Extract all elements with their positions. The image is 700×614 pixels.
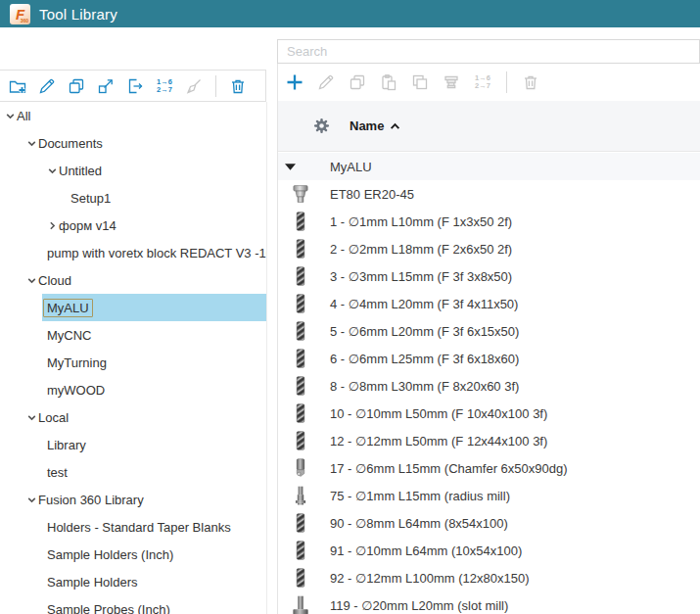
tool-list: MyALUET80 ER20-451 - ∅1mm L10mm (F 1x3x5… [278, 153, 700, 614]
clean-library-button [183, 75, 205, 97]
expanded-triangle-icon[interactable] [285, 164, 296, 170]
row-icon-cell [278, 592, 323, 614]
tool-label: 4 - ∅4mm L20mm (F 3f 4x11x50) [323, 297, 518, 311]
add-tool-button[interactable] [284, 71, 305, 93]
paste-tool-button [378, 71, 399, 93]
endmill-tool-icon [290, 318, 311, 344]
tool-row-90-8mm-l64mm-8x54x100[interactable]: 90 - ∅8mm L64mm (8x54x100) [278, 509, 700, 537]
delete-library-button[interactable] [227, 75, 249, 97]
tree-item-test[interactable]: test [0, 458, 266, 486]
tree-item-myturning[interactable]: MyTurning [0, 349, 266, 376]
tool-row-119-20mm-l20mm-slot-mill[interactable]: 119 - ∅20mm L20mm (slot mill) [278, 591, 700, 614]
renumber-line2: 2→7 [157, 86, 172, 94]
search-input[interactable] [277, 39, 700, 64]
endmill-tool-icon [290, 346, 311, 371]
chevron-right-icon[interactable] [47, 220, 59, 231]
edit-library-button[interactable] [36, 75, 58, 97]
edit-tool-button [315, 71, 337, 93]
library-tree: AllDocumentsUntitledSetup1форм v14pump w… [0, 102, 267, 614]
endmill-tool-icon [290, 538, 311, 563]
tree-item-sample-probes-inch[interactable]: Sample Probes (Inch) [0, 595, 266, 614]
tree-item-sample-holders-inch[interactable]: Sample Holders (Inch) [0, 541, 266, 568]
tree-item-mycnc[interactable]: MyCNC [0, 321, 266, 349]
row-icon-cell [278, 538, 323, 563]
chevron-down-icon[interactable] [26, 412, 38, 423]
tree-item-setup1[interactable]: Setup1 [0, 184, 266, 212]
tool-row-5-6mm-l20mm-f-3f-6x15x50[interactable]: 5 - ∅6mm L20mm (F 3f 6x15x50) [278, 317, 700, 345]
chevron-down-icon[interactable] [26, 495, 38, 505]
row-icon-cell [278, 565, 323, 590]
chevron-down-icon[interactable] [26, 138, 38, 149]
tool-row-91-10mm-l64mm-10x54x100[interactable]: 91 - ∅10mm L64mm (10x54x100) [278, 537, 700, 564]
tree-item-label: Fusion 360 Library [38, 493, 144, 507]
column-settings-gear-icon[interactable] [311, 117, 331, 136]
row-icon-cell [278, 318, 323, 344]
row-icon-cell [278, 483, 323, 508]
tree-item-label: Sample Probes (Inch) [47, 602, 170, 614]
chevron-down-icon[interactable] [5, 111, 17, 121]
tree-item-label: Untitled [59, 164, 102, 178]
row-icon-cell [278, 510, 323, 536]
move-library-button[interactable] [95, 75, 117, 97]
endmill-tool-icon [290, 565, 311, 590]
new-folder-button[interactable] [7, 75, 28, 97]
tool-label: 91 - ∅10mm L64mm (10x54x100) [323, 543, 522, 558]
column-header-name[interactable]: Name [350, 118, 400, 133]
tree-item-label: Documents [38, 136, 103, 151]
tree-item-label: Sample Holders (Inch) [47, 547, 173, 562]
tool-row-6-6mm-l25mm-f-3f-6x18x60[interactable]: 6 - ∅6mm L25mm (F 3f 6x18x60) [278, 345, 700, 372]
tool-table-header: Name [278, 101, 700, 152]
tree-item-mywood[interactable]: myWOOD [0, 376, 266, 403]
tree-item-label: Holders - Standard Taper Blanks [47, 520, 231, 535]
tool-row-12-12mm-l50mm-f-12x44x100-3f[interactable]: 12 - ∅12mm L50mm (F 12x44x100 3f) [278, 427, 700, 454]
tool-row-75-1mm-l15mm-radius-mill[interactable]: 75 - ∅1mm L15mm (radius mill) [278, 482, 700, 509]
tool-group-row-myalu[interactable]: MyALU [278, 153, 700, 180]
tool-row-3-3mm-l15mm-f-3f-3x8x50[interactable]: 3 - ∅3mm L15mm (F 3f 3x8x50) [278, 262, 700, 290]
tree-item-myalu[interactable]: MyALU [0, 294, 266, 321]
tree-item-library[interactable]: Library [0, 431, 266, 458]
tree-item-all[interactable]: All [0, 102, 266, 129]
tool-label: 12 - ∅12mm L50mm (F 12x44x100 3f) [323, 434, 547, 449]
tree-item-pump-with-voretx-block-redact-v3-100[interactable]: pump with voretx block REDACT V3 -100 [0, 239, 266, 266]
tree-item-форм-v14[interactable]: форм v14 [0, 212, 266, 239]
tool-label: 8 - ∅8mm L30mm (F 8x20x60 3f) [323, 379, 519, 394]
endmill-tool-icon [290, 401, 311, 426]
delete-tool-button [520, 71, 541, 93]
tool-row-92-12mm-l100mm-12x80x150[interactable]: 92 - ∅12mm L100mm (12x80x150) [278, 564, 700, 591]
export-library-button[interactable] [124, 75, 146, 97]
row-icon-cell [278, 181, 323, 207]
renumber-tools-button[interactable]: 1→6 2→7 [154, 75, 175, 97]
tree-item-documents[interactable]: Documents [0, 129, 266, 157]
tree-item-holders-standard-taper-blanks[interactable]: Holders - Standard Taper Blanks [0, 513, 266, 541]
tree-item-cloud[interactable]: Cloud [0, 266, 266, 294]
tree-item-untitled[interactable]: Untitled [0, 157, 266, 184]
tool-label: 2 - ∅2mm L18mm (F 2x6x50 2f) [323, 242, 512, 257]
renumber-tools-button: 1→6 2→7 [472, 71, 493, 93]
tool-row-17-6mm-l15mm-chamfer-6x50x90dg[interactable]: 17 - ∅6mm L15mm (Chamfer 6x50x90dg) [278, 454, 700, 482]
tool-label: 3 - ∅3mm L15mm (F 3f 3x8x50) [323, 269, 512, 284]
tool-row-4-4mm-l20mm-f-3f-4x11x50[interactable]: 4 - ∅4mm L20mm (F 3f 4x11x50) [278, 290, 700, 317]
tool-row-8-8mm-l30mm-f-8x20x60-3f[interactable]: 8 - ∅8mm L30mm (F 8x20x60 3f) [278, 372, 700, 400]
endmill-tool-icon [290, 209, 311, 234]
radius-tool-icon [290, 483, 311, 508]
chevron-down-icon[interactable] [47, 165, 59, 176]
tool-row-2-2mm-l18mm-f-2x6x50-2f[interactable]: 2 - ∅2mm L18mm (F 2x6x50 2f) [278, 235, 700, 262]
row-icon-cell [278, 164, 323, 170]
tool-row-10-10mm-l50mm-f-10x40x100-3f[interactable]: 10 - ∅10mm L50mm (F 10x40x100 3f) [278, 400, 700, 427]
copy-library-button[interactable] [66, 75, 87, 97]
tree-item-local[interactable]: Local [0, 403, 266, 431]
tree-item-label: Library [47, 438, 86, 452]
library-toolbar: 1→6 2→7 [0, 70, 266, 102]
tool-row-et80-er20-45[interactable]: ET80 ER20-45 [278, 180, 700, 208]
tool-label: 17 - ∅6mm L15mm (Chamfer 6x50x90dg) [323, 461, 568, 476]
tree-item-label: MyTurning [47, 355, 107, 370]
chevron-down-icon[interactable] [26, 275, 38, 286]
tree-item-sample-holders[interactable]: Sample Holders [0, 568, 266, 595]
holder-tool-icon [290, 181, 311, 207]
duplicate-tool-button [409, 71, 431, 93]
tree-item-fusion-360-library[interactable]: Fusion 360 Library [0, 486, 266, 513]
tree-item-label: Local [38, 410, 69, 425]
tool-row-1-1mm-l10mm-f-1x3x50-2f[interactable]: 1 - ∅1mm L10mm (F 1x3x50 2f) [278, 208, 700, 235]
tree-item-label: pump with voretx block REDACT V3 -100 [47, 246, 267, 260]
row-icon-cell [278, 428, 323, 453]
